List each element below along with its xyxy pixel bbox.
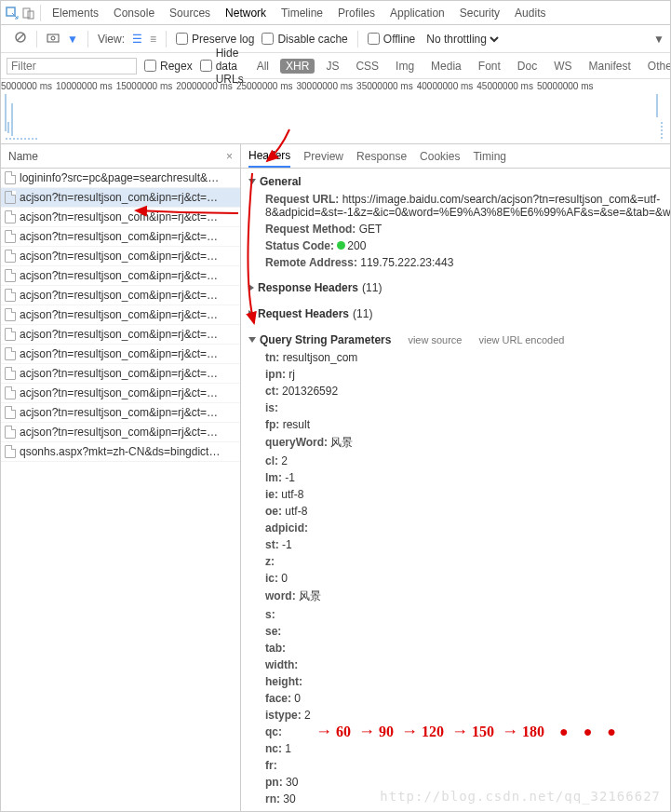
offline-checkbox[interactable]: Offline [368,33,415,46]
filter-type-font[interactable]: Font [473,59,506,74]
query-param-row: tab: [248,640,663,656]
svg-rect-5 [47,34,59,42]
svg-line-4 [17,34,24,41]
query-param-row: istype: 2 [248,707,663,724]
request-row[interactable]: logininfo?src=pc&page=searchresult&… [1,169,240,188]
detail-tab-headers[interactable]: Headers [248,145,290,168]
request-row[interactable]: acjson?tn=resultjson_com&ipn=rj&ct=… [1,208,240,227]
query-param-row: lm: -1 [248,469,663,486]
overview-timeline[interactable]: 5000000 ms10000000 ms15000000 ms20000000… [1,79,670,144]
request-row[interactable]: acjson?tn=resultjson_com&ipn=rj&ct=… [1,286,240,305]
watermark-text: http://blog.csdn.net/qq_32166627 [380,789,661,804]
main-tab-sources[interactable]: Sources [162,3,218,23]
request-row[interactable]: acjson?tn=resultjson_com&ipn=rj&ct=… [1,305,240,325]
file-icon [5,347,16,360]
main-tab-network[interactable]: Network [218,3,274,23]
preserve-log-checkbox[interactable]: Preserve log [176,33,254,46]
request-row[interactable]: acjson?tn=resultjson_com&ipn=rj&ct=… [1,325,240,345]
filter-type-all[interactable]: All [251,59,275,74]
detail-tab-timing[interactable]: Timing [473,146,506,167]
request-row[interactable]: qsonhs.aspx?mkt=zh-CN&ds=bingdict… [1,442,240,462]
query-string-params-section[interactable]: Query String Parameters view source view… [248,331,663,349]
dropdown-icon[interactable]: ▼ [653,33,664,46]
main-tab-audits[interactable]: Audits [507,3,553,23]
request-row[interactable]: acjson?tn=resultjson_com&ipn=rj&ct=… [1,247,240,266]
detail-tab-cookies[interactable]: Cookies [420,146,460,167]
request-row[interactable]: acjson?tn=resultjson_com&ipn=rj&ct=… [1,423,240,442]
main-tab-application[interactable]: Application [382,3,452,23]
request-row[interactable]: acjson?tn=resultjson_com&ipn=rj&ct=… [1,345,240,364]
file-icon [5,308,16,321]
request-headers-section[interactable]: Request Headers (11) [248,304,663,323]
main-tab-elements[interactable]: Elements [45,3,106,23]
filter-type-img[interactable]: Img [390,59,420,74]
main-tab-console[interactable]: Console [106,3,162,23]
query-param-row: height: [248,673,663,690]
file-icon [5,191,16,204]
svg-rect-1 [23,8,30,18]
file-icon [5,426,16,439]
capture-screenshots-icon[interactable] [47,32,60,46]
regex-checkbox[interactable]: Regex [144,60,193,73]
request-row[interactable]: acjson?tn=resultjson_com&ipn=rj&ct=… [1,403,240,423]
request-row[interactable]: acjson?tn=resultjson_com&ipn=rj&ct=… [1,266,240,286]
query-param-row: adpicid: [248,520,663,536]
main-tab-timeline[interactable]: Timeline [274,3,330,23]
filter-type-other[interactable]: Other [642,59,671,74]
detail-tab-response[interactable]: Response [356,146,407,167]
status-dot-icon [337,241,345,250]
name-column-header[interactable]: Name × [1,144,240,169]
main-tab-security[interactable]: Security [452,3,507,23]
query-param-row: cl: 2 [248,453,663,469]
file-icon [5,367,16,380]
filter-type-xhr[interactable]: XHR [280,59,315,74]
separator [40,5,41,21]
query-param-row: word: 风景 [248,587,663,606]
query-param-row: ct: 201326592 [248,383,663,399]
close-icon[interactable]: × [226,150,233,163]
general-section-header[interactable]: General [248,172,663,191]
waterfall-icon[interactable]: ≡ [150,33,156,46]
query-param-row: gsm: 1e [248,807,663,811]
filter-type-js[interactable]: JS [320,59,344,74]
request-row[interactable]: acjson?tn=resultjson_com&ipn=rj&ct=… [1,364,240,384]
filter-type-manifest[interactable]: Manifest [584,59,637,74]
filter-type-media[interactable]: Media [425,59,467,74]
network-toolbar: ▼ View: ☰ ≡ Preserve log Disable cache O… [1,25,670,53]
query-param-row: fp: result [248,416,663,433]
filter-input[interactable] [7,58,137,74]
query-param-row: st: -1 [248,536,663,553]
detail-tab-preview[interactable]: Preview [303,146,343,167]
view-label: View: [98,33,125,46]
filter-toggle-icon[interactable]: ▼ [67,33,78,46]
throttle-select[interactable]: No throttling [423,32,502,47]
query-param-row: nc: 1 [248,740,663,757]
query-param-row: s: [248,606,663,623]
query-param-row: qc: [248,724,663,740]
request-row[interactable]: acjson?tn=resultjson_com&ipn=rj&ct=… [1,384,240,403]
file-icon [5,406,16,419]
main-tab-bar: ElementsConsoleSourcesNetworkTimelinePro… [1,1,670,25]
file-icon [5,445,16,458]
filter-type-css[interactable]: CSS [350,59,384,74]
filter-type-doc[interactable]: Doc [512,59,543,74]
query-param-row: face: 0 [248,690,663,707]
file-icon [5,230,16,243]
separator [166,31,167,47]
main-tab-profiles[interactable]: Profiles [330,3,382,23]
clear-button[interactable] [14,31,27,47]
disable-cache-checkbox[interactable]: Disable cache [262,33,347,46]
view-source-link[interactable]: view source [408,334,462,345]
response-headers-section[interactable]: Response Headers (11) [248,278,663,297]
view-url-encoded-link[interactable]: view URL encoded [478,334,564,345]
filter-type-ws[interactable]: WS [548,59,577,74]
large-rows-icon[interactable]: ☰ [132,33,142,46]
request-row[interactable]: acjson?tn=resultjson_com&ipn=rj&ct=… [1,188,240,208]
details-pane: HeadersPreviewResponseCookiesTiming Gene… [241,144,670,811]
request-row[interactable]: acjson?tn=resultjson_com&ipn=rj&ct=… [1,227,240,247]
query-param-row: queryWord: 风景 [248,433,663,453]
file-icon [5,250,16,263]
query-param-row: width: [248,656,663,673]
device-toggle-icon[interactable] [21,6,36,20]
inspect-icon[interactable] [5,6,20,20]
